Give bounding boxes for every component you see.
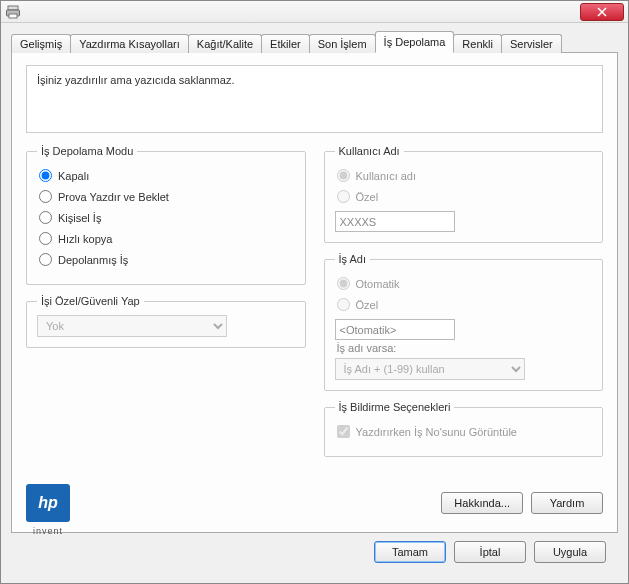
jobname-exists-select: İş Adı + (1-99) kullan [335,358,525,380]
cancel-button[interactable]: İptal [454,541,526,563]
radio-row-jobname-auto: Otomatik [337,277,593,290]
columns: İş Depolama Modu Kapalı Prova Yazdır ve … [26,145,603,476]
radio-row-username-auto: Kullanıcı adı [337,169,593,182]
tabstrip: Gelişmiş Yazdırma Kısayolları Kağıt/Kali… [11,31,618,53]
close-button[interactable] [580,3,624,21]
hp-invent-text: invent [26,526,70,536]
secure-select: Yok [37,315,227,337]
radio-row-personal[interactable]: Kişisel İş [39,211,295,224]
radio-jobname-custom [337,298,350,311]
tabpanel-is-depolama: İşiniz yazdırılır ama yazıcıda saklanmaz… [11,52,618,533]
radio-jobname-custom-label: Özel [356,299,379,311]
check-row-notify: Yazdırırken İş No'sunu Görüntüle [337,425,593,438]
svg-rect-2 [9,14,17,18]
checkbox-notify [337,425,350,438]
radio-row-quick[interactable]: Hızlı kopya [39,232,295,245]
legend-notify: İş Bildirme Seçenekleri [335,401,455,413]
hp-logo: hp invent [26,484,70,522]
description-text: İşiniz yazdırılır ama yazıcıda saklanmaz… [37,74,234,86]
radio-stored[interactable] [39,253,52,266]
tab-is-depolama[interactable]: İş Depolama [375,31,455,53]
group-job-name: İş Adı Otomatik Özel İş adı varsa: İş [324,253,604,391]
radio-proof[interactable] [39,190,52,203]
svg-rect-0 [8,6,18,10]
close-icon [597,7,607,17]
radio-username-auto-label: Kullanıcı adı [356,170,417,182]
legend-user-name: Kullanıcı Adı [335,145,404,157]
tab-etkiler[interactable]: Etkiler [261,34,310,53]
jobname-exists-label: İş adı varsa: [337,342,593,354]
group-notify: İş Bildirme Seçenekleri Yazdırırken İş N… [324,401,604,457]
radio-stored-label: Depolanmış İş [58,254,128,266]
checkbox-notify-label: Yazdırırken İş No'sunu Görüntüle [356,426,517,438]
radio-row-proof[interactable]: Prova Yazdır ve Beklet [39,190,295,203]
description-box: İşiniz yazdırılır ama yazıcıda saklanmaz… [26,65,603,133]
radio-row-off[interactable]: Kapalı [39,169,295,182]
dialog-footer: Tamam İptal Uygula [11,533,618,573]
tab-yazdirma-kisayollari[interactable]: Yazdırma Kısayolları [70,34,189,53]
radio-proof-label: Prova Yazdır ve Beklet [58,191,169,203]
legend-job-name: İş Adı [335,253,371,265]
left-column: İş Depolama Modu Kapalı Prova Yazdır ve … [26,145,306,476]
radio-username-custom-label: Özel [356,191,379,203]
group-storage-mode: İş Depolama Modu Kapalı Prova Yazdır ve … [26,145,306,285]
tab-gelismis[interactable]: Gelişmiş [11,34,71,53]
radio-personal[interactable] [39,211,52,224]
radio-username-auto [337,169,350,182]
titlebar [1,1,628,23]
printer-icon [5,4,21,20]
username-field [335,211,455,232]
radio-row-username-custom: Özel [337,190,593,203]
tab-renkli[interactable]: Renkli [453,34,502,53]
panel-footer: hp invent Hakkında... Yardım [26,484,603,522]
about-button[interactable]: Hakkında... [441,492,523,514]
dialog-content: Gelişmiş Yazdırma Kısayolları Kağıt/Kali… [1,23,628,583]
tab-kagit-kalite[interactable]: Kağıt/Kalite [188,34,262,53]
legend-storage-mode: İş Depolama Modu [37,145,137,157]
radio-row-jobname-custom: Özel [337,298,593,311]
group-user-name: Kullanıcı Adı Kullanıcı adı Özel [324,145,604,243]
radio-row-stored[interactable]: Depolanmış İş [39,253,295,266]
radio-off-label: Kapalı [58,170,89,182]
radio-jobname-auto [337,277,350,290]
right-column: Kullanıcı Adı Kullanıcı adı Özel İş Adı [324,145,604,476]
apply-button[interactable]: Uygula [534,541,606,563]
radio-personal-label: Kişisel İş [58,212,101,224]
radio-quick-label: Hızlı kopya [58,233,112,245]
radio-jobname-auto-label: Otomatik [356,278,400,290]
radio-username-custom [337,190,350,203]
group-make-secure: İşi Özel/Güvenli Yap Yok [26,295,306,348]
jobname-field [335,319,455,340]
tab-son-islem[interactable]: Son İşlem [309,34,376,53]
print-properties-dialog: Gelişmiş Yazdırma Kısayolları Kağıt/Kali… [0,0,629,584]
help-button[interactable]: Yardım [531,492,603,514]
radio-off[interactable] [39,169,52,182]
radio-quick[interactable] [39,232,52,245]
tab-servisler[interactable]: Servisler [501,34,562,53]
ok-button[interactable]: Tamam [374,541,446,563]
legend-make-secure: İşi Özel/Güvenli Yap [37,295,144,307]
